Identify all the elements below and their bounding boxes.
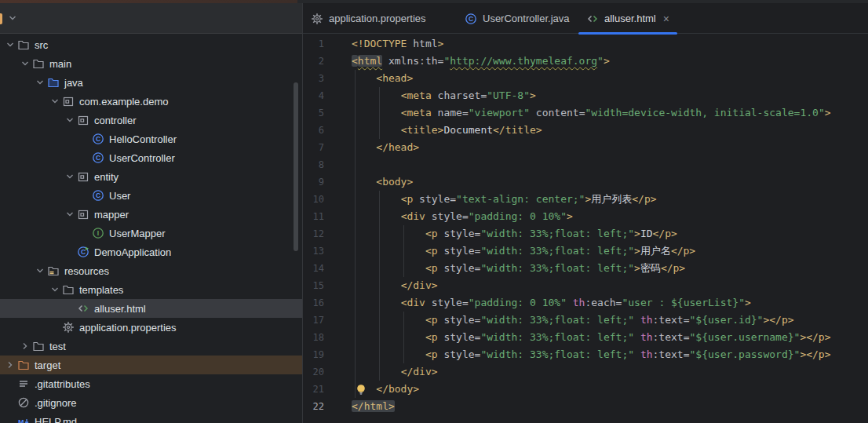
code-line-17[interactable]: 17 <p style="width: 33%;float: left;" th… <box>303 312 868 329</box>
code-line-12[interactable]: 12 <p style="width: 33%;float: left;">ID… <box>303 225 868 242</box>
tree-item-gitattributes[interactable]: .gitattributes <box>0 374 302 393</box>
tree-item-usercontroller[interactable]: CUserController <box>0 148 302 167</box>
code-text: <title>Document</title> <box>352 122 542 139</box>
intention-bulb-icon[interactable] <box>355 383 367 396</box>
code-line-13[interactable]: 13 <p style="width: 33%;float: left;">用户… <box>303 242 868 260</box>
tree-item-demoapplication[interactable]: CDemoApplication <box>0 242 302 261</box>
tree-scrollbar[interactable] <box>294 82 298 251</box>
gear-icon <box>311 13 323 25</box>
tree-item-gitignore[interactable]: .gitignore <box>0 393 302 412</box>
tab-alluser-html[interactable]: alluser.html× <box>578 3 677 34</box>
excluded-folder-icon <box>16 359 31 371</box>
line-number: 3 <box>303 70 324 87</box>
tree-item-help-md[interactable]: MHELP.md <box>0 412 302 423</box>
code-text: <p style="width: 33%;float: left;">密码</p… <box>352 260 685 277</box>
code-line-16[interactable]: 16 <div style="padding: 0 10%" th:each="… <box>303 294 868 312</box>
chevron-placeholder <box>78 189 91 202</box>
tree-item-mapper[interactable]: mapper <box>0 205 302 224</box>
line-number: 1 <box>303 35 324 53</box>
code-line-6[interactable]: 6 <title>Document</title> <box>303 122 868 139</box>
tree-item-label: target <box>35 359 60 371</box>
tree-item-usermapper[interactable]: IUserMapper <box>0 224 302 242</box>
code-text: <div style="padding: 0 10%" th:each="use… <box>352 294 751 312</box>
tree-item-entity[interactable]: entity <box>0 167 302 186</box>
tab-usercontroller-java[interactable]: CUserController.java <box>457 3 578 34</box>
tree-item-test[interactable]: test <box>0 337 302 356</box>
code-line-21[interactable]: 21 </body> <box>303 381 868 398</box>
code-text: <body> <box>352 173 413 191</box>
code-line-8[interactable]: 8 <box>303 156 868 173</box>
chevron-down-icon[interactable] <box>63 114 76 126</box>
line-number: 10 <box>303 191 324 208</box>
code-text: </head> <box>352 139 419 156</box>
code-line-18[interactable]: 18 <p style="width: 33%;float: left;" th… <box>303 329 868 346</box>
chevron-down-icon[interactable] <box>18 57 31 70</box>
code-line-22[interactable]: 22</html> <box>303 398 868 415</box>
tree-item-resources[interactable]: resources <box>0 261 302 280</box>
tree-item-com-example-demo[interactable]: com.example.demo <box>0 92 302 111</box>
run-class-icon: C <box>76 246 90 258</box>
tree-item-templates[interactable]: templates <box>0 280 302 299</box>
line-number: 8 <box>303 156 324 173</box>
chevron-down-icon[interactable] <box>33 264 46 277</box>
tab-application-properties[interactable]: application.properties <box>303 3 434 34</box>
code-line-5[interactable]: 5 <meta name="viewport" content="width=d… <box>303 104 868 122</box>
chevron-down-icon[interactable] <box>63 208 76 221</box>
code-line-20[interactable]: 20 </div> <box>303 363 868 381</box>
chevron-right-icon[interactable] <box>3 359 16 371</box>
tree-item-main[interactable]: main <box>0 54 302 73</box>
code-editor[interactable]: 1<!DOCTYPE html>2<html xmlns:th="http://… <box>303 34 868 423</box>
line-number: 15 <box>303 277 324 294</box>
line-number: 2 <box>303 53 324 70</box>
code-line-4[interactable]: 4 <meta charset="UTF-8"> <box>303 87 868 104</box>
folder-icon <box>31 340 46 352</box>
markdown-file-icon: M <box>16 415 31 423</box>
tool-window-accent-bar <box>0 13 2 24</box>
ignored-file-icon <box>16 396 31 409</box>
code-line-14[interactable]: 14 <p style="width: 33%;float: left;">密码… <box>303 260 868 277</box>
chevron-placeholder <box>78 133 91 145</box>
tree-item-label: templates <box>79 284 123 296</box>
code-line-9[interactable]: 9 <body> <box>303 173 868 191</box>
code-text: <p style="width: 33%;float: left;" th:te… <box>352 329 831 346</box>
code-text: <head> <box>352 70 413 87</box>
tree-item-label: entity <box>94 171 119 183</box>
tree-item-java[interactable]: java <box>0 73 302 92</box>
code-line-19[interactable]: 19 <p style="width: 33%;float: left;" th… <box>303 346 868 363</box>
code-text: <p style="width: 33%;float: left;">ID</p… <box>352 225 677 242</box>
interface-icon: I <box>91 227 105 239</box>
tree-item-label: test <box>49 341 66 352</box>
project-header-chevron-icon[interactable] <box>6 12 19 24</box>
class-icon: C <box>91 189 105 202</box>
code-text: </html> <box>352 398 395 415</box>
line-number: 22 <box>303 398 324 415</box>
chevron-down-icon[interactable] <box>48 283 61 296</box>
project-tree: srcmainjavacom.example.democontrollerCHe… <box>0 35 302 423</box>
svg-text:M: M <box>18 418 24 423</box>
tab-close-icon[interactable]: × <box>663 13 669 24</box>
tree-item-user[interactable]: CUser <box>0 186 302 205</box>
html-file-icon <box>76 302 90 315</box>
code-line-11[interactable]: 11 <div style="padding: 0 10%"> <box>303 208 868 225</box>
chevron-placeholder <box>3 415 16 423</box>
chevron-down-icon[interactable] <box>63 170 76 183</box>
tree-item-hellocontroller[interactable]: CHelloController <box>0 129 302 148</box>
tree-item-src[interactable]: src <box>0 35 302 54</box>
chevron-down-icon[interactable] <box>3 38 16 51</box>
tree-item-alluser-html[interactable]: alluser.html <box>0 299 302 318</box>
code-line-1[interactable]: 1<!DOCTYPE html> <box>303 35 868 53</box>
tree-item-application-properties[interactable]: application.properties <box>0 318 302 337</box>
code-line-2[interactable]: 2<html xmlns:th="http://www.thymeleaf.or… <box>303 53 868 70</box>
code-line-15[interactable]: 15 </div> <box>303 277 868 294</box>
code-line-7[interactable]: 7 </head> <box>303 139 868 156</box>
tree-item-target[interactable]: target <box>0 356 302 374</box>
chevron-down-icon[interactable] <box>48 95 61 108</box>
chevron-right-icon[interactable] <box>18 340 31 352</box>
tree-item-label: main <box>49 58 71 70</box>
code-line-10[interactable]: 10 <p style="text-align: center;">用户列表</… <box>303 191 868 208</box>
tree-item-controller[interactable]: controller <box>0 111 302 129</box>
chevron-placeholder <box>48 321 61 334</box>
tree-item-label: User <box>109 190 130 202</box>
code-line-3[interactable]: 3 <head> <box>303 70 868 87</box>
chevron-down-icon[interactable] <box>33 76 46 89</box>
